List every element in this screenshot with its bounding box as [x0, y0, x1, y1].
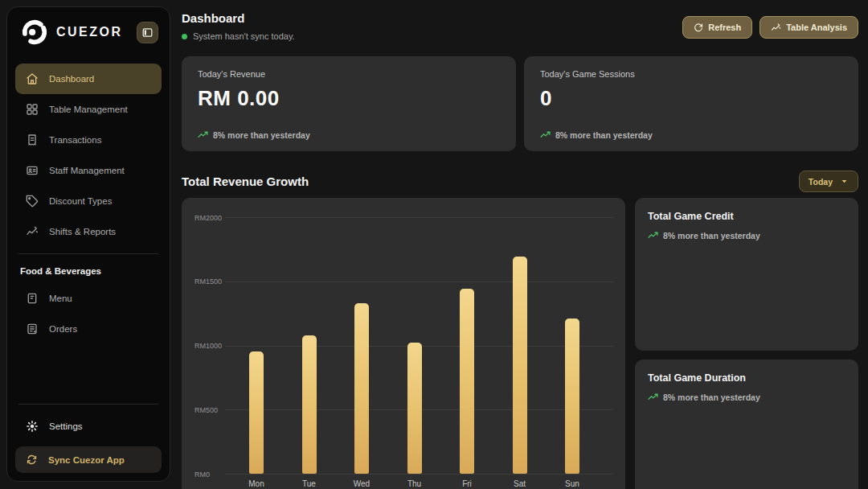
sync-icon — [26, 454, 38, 466]
chart-gridline — [225, 281, 614, 282]
sidebar: CUEZOR Dashboard Table Management — [6, 6, 170, 482]
x-axis-label: Sun — [565, 479, 579, 488]
sidebar-footer: Settings Sync Cuezor App — [7, 397, 170, 473]
panel-title: Total Game Duration — [648, 372, 845, 384]
status-text: System hasn't sync today. — [193, 31, 295, 41]
y-axis-label: RM500 — [194, 406, 218, 414]
trend-row: 8% more than yesterday — [198, 129, 310, 140]
revenue-growth-title: Total Revenue Growth — [182, 175, 309, 188]
sidebar-item-transactions[interactable]: Transactions — [15, 125, 162, 155]
todays-game-sessions-card: Today's Game Sessions 0 8% more than yes… — [524, 56, 858, 151]
stat-label: Today's Game Sessions — [540, 69, 842, 79]
y-axis-label: RM1000 — [194, 342, 222, 350]
sidebar-item-settings[interactable]: Settings — [15, 411, 162, 442]
trending-up-icon — [540, 129, 551, 140]
y-axis-label: RM1500 — [194, 277, 222, 286]
sidebar-item-label: Menu — [49, 294, 72, 303]
brand-name: CUEZOR — [56, 25, 123, 39]
trending-up-icon — [648, 230, 658, 240]
page-header: Dashboard System hasn't sync today. — [182, 11, 295, 41]
trend-text: 8% more than yesterday — [663, 231, 760, 240]
gear-icon — [26, 420, 39, 433]
panel-title: Total Game Credit — [648, 211, 845, 222]
x-axis-label: Sat — [514, 479, 526, 488]
panel-left-icon — [141, 27, 154, 39]
home-icon — [26, 72, 39, 85]
grid-icon — [26, 103, 39, 116]
orders-list-icon — [26, 323, 39, 335]
sync-cuezor-app-button[interactable]: Sync Cuezor App — [15, 446, 162, 473]
id-card-icon — [26, 164, 39, 177]
trending-up-icon — [198, 129, 208, 140]
x-axis-label: Mon — [248, 479, 264, 488]
stat-label: Today's Revenue — [198, 69, 500, 79]
table-analysis-button[interactable]: Table Analysis — [760, 16, 858, 39]
sidebar-item-label: Discount Types — [49, 196, 112, 206]
menu-book-icon — [26, 292, 39, 305]
logo-row: CUEZOR — [7, 7, 170, 57]
trend-row: 8% more than yesterday — [648, 230, 845, 240]
revenue-growth-chart: RM2000RM1500RM1000RM500RM0MonTueWedThuFr… — [182, 198, 625, 489]
page-title: Dashboard — [182, 11, 295, 25]
sidebar-item-label: Orders — [49, 324, 77, 334]
sidebar-footer-divider — [18, 404, 158, 405]
total-game-credit-panel: Total Game Credit 8% more than yesterday — [635, 198, 858, 351]
sidebar-item-discount-types[interactable]: Discount Types — [15, 186, 162, 216]
chart-pulse-icon — [26, 225, 39, 238]
trend-text: 8% more than yesterday — [213, 130, 310, 140]
sidebar-section-label: Food & Beverages — [7, 261, 170, 283]
bar-thu — [407, 343, 422, 474]
sidebar-item-staff-management[interactable]: Staff Management — [15, 155, 162, 186]
sidebar-item-orders[interactable]: Orders — [15, 314, 162, 344]
bar-wed — [354, 303, 369, 474]
x-axis-label: Fri — [462, 479, 472, 488]
receipt-icon — [26, 134, 39, 146]
tag-icon — [26, 195, 39, 208]
refresh-label: Refresh — [708, 23, 741, 32]
sidebar-item-table-management[interactable]: Table Management — [15, 94, 162, 125]
trend-text: 8% more than yesterday — [663, 392, 760, 402]
sidebar-item-dashboard[interactable]: Dashboard — [15, 64, 162, 94]
sidebar-divider — [18, 253, 158, 254]
table-analysis-label: Table Analysis — [786, 23, 847, 32]
chevron-down-icon — [840, 177, 849, 186]
sidebar-item-label: Settings — [49, 421, 83, 431]
chart-gridline — [225, 474, 614, 475]
bar-mon — [249, 351, 264, 474]
trend-text: 8% more than yesterday — [555, 130, 653, 140]
chart-pulse-icon — [771, 23, 781, 33]
header-actions: Refresh Table Analysis — [682, 16, 858, 39]
sidebar-item-label: Shifts & Reports — [49, 227, 116, 236]
todays-revenue-card: Today's Revenue RM 0.00 8% more than yes… — [182, 56, 516, 151]
sidebar-item-label: Dashboard — [49, 74, 94, 84]
sync-label: Sync Cuezor App — [48, 455, 125, 465]
y-axis-label: RM2000 — [194, 214, 222, 222]
sidebar-item-label: Table Management — [49, 105, 128, 114]
sidebar-item-label: Transactions — [49, 135, 101, 145]
sidebar-nav: Dashboard Table Management Transactions … — [7, 57, 170, 247]
range-dropdown[interactable]: Today — [799, 171, 858, 192]
sidebar-collapse-button[interactable] — [137, 22, 158, 43]
refresh-button[interactable]: Refresh — [682, 16, 752, 39]
refresh-icon — [694, 23, 703, 32]
x-axis-label: Thu — [407, 479, 421, 488]
bar-tue — [302, 335, 317, 474]
sidebar-item-menu[interactable]: Menu — [15, 283, 162, 314]
range-label: Today — [809, 177, 833, 187]
trend-row: 8% more than yesterday — [540, 129, 653, 140]
cuezor-logo-icon — [20, 18, 49, 47]
trending-up-icon — [648, 392, 658, 402]
bar-sat — [513, 257, 527, 474]
sidebar-item-label: Staff Management — [49, 166, 125, 175]
stat-value: RM 0.00 — [198, 86, 500, 111]
chart-gridline — [225, 217, 614, 218]
total-game-duration-panel: Total Game Duration 8% more than yesterd… — [635, 360, 858, 489]
status-dot-icon — [182, 34, 187, 39]
bar-fri — [460, 289, 474, 474]
sync-status: System hasn't sync today. — [182, 31, 295, 41]
y-axis-label: RM0 — [194, 471, 210, 479]
trend-row: 8% more than yesterday — [648, 392, 845, 402]
stat-value: 0 — [540, 86, 842, 111]
sidebar-item-shifts-reports[interactable]: Shifts & Reports — [15, 216, 162, 247]
bar-sun — [565, 318, 579, 474]
